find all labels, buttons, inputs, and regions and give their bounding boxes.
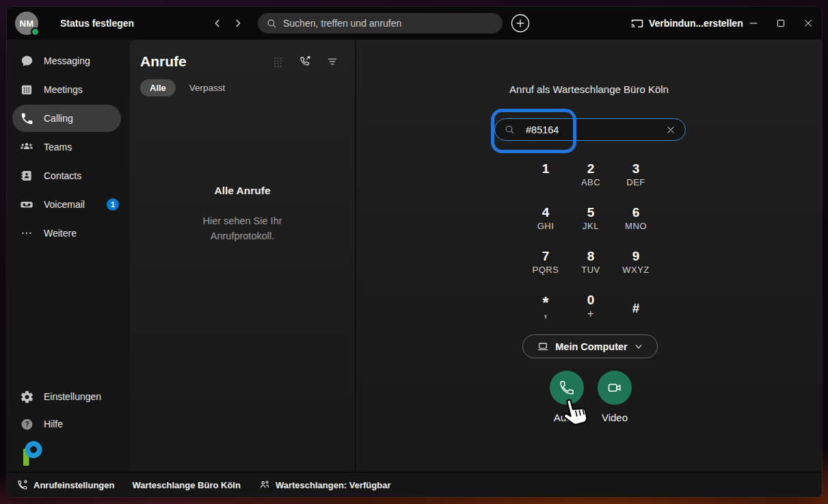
minimize-button[interactable] bbox=[740, 7, 767, 40]
svg-text:?: ? bbox=[25, 421, 29, 428]
key-4[interactable]: 4GHI bbox=[523, 197, 568, 241]
filter-icon[interactable] bbox=[325, 54, 340, 69]
connect-device-button[interactable]: Verbindun...erstellen bbox=[631, 7, 743, 40]
minimize-icon bbox=[747, 16, 760, 30]
plus-icon bbox=[511, 14, 530, 33]
add-button[interactable] bbox=[511, 14, 530, 33]
chat-icon bbox=[19, 53, 34, 68]
empty-state-text-line1: Hier sehen Sie Ihr bbox=[202, 215, 282, 226]
new-call-icon[interactable] bbox=[297, 54, 312, 69]
calls-panel: Anrufe Alle Verpa bbox=[130, 40, 356, 472]
cursor-pointer bbox=[559, 393, 596, 433]
close-button[interactable] bbox=[794, 7, 822, 40]
search-icon bbox=[266, 18, 278, 29]
calls-title: Anrufe bbox=[140, 53, 187, 70]
queue-status-button[interactable]: Warteschlangen: Verfügbar bbox=[258, 479, 391, 491]
search-input[interactable] bbox=[283, 18, 494, 29]
question-icon: ? bbox=[19, 416, 34, 432]
sidebar: Messaging Meetings Calling Teams bbox=[7, 40, 130, 472]
maximize-button[interactable] bbox=[767, 7, 794, 40]
call-settings-button[interactable]: Anrufeinstellungen bbox=[16, 479, 114, 491]
search-icon bbox=[504, 124, 516, 135]
key-9[interactable]: 9WXYZ bbox=[613, 241, 658, 284]
key-star[interactable]: *, bbox=[523, 284, 568, 328]
queue-name-button[interactable]: Warteschlange Büro Köln bbox=[132, 480, 240, 490]
key-1[interactable]: 1 bbox=[523, 153, 568, 197]
people-icon bbox=[19, 140, 34, 155]
key-5[interactable]: 5JKL bbox=[568, 197, 613, 241]
close-icon bbox=[801, 16, 815, 30]
calls-empty-state: Alle Anrufe Hier sehen Sie Ihr Anrufprot… bbox=[130, 185, 355, 243]
window-controls bbox=[740, 7, 822, 40]
avatar-initials: NM bbox=[20, 18, 34, 29]
key-0[interactable]: 0+ bbox=[568, 284, 613, 328]
key-8[interactable]: 8TUV bbox=[568, 241, 613, 284]
sidebar-item-weitere[interactable]: Weitere bbox=[7, 219, 130, 248]
global-search[interactable] bbox=[258, 13, 503, 34]
phone-gear-icon bbox=[16, 479, 29, 491]
key-3[interactable]: 3DEF bbox=[613, 153, 658, 197]
sidebar-item-help[interactable]: ? Hilfe bbox=[7, 410, 130, 438]
dial-number-field[interactable] bbox=[494, 118, 686, 141]
set-status-button[interactable]: Status festlegen bbox=[60, 7, 134, 40]
phone-outline-icon bbox=[559, 380, 575, 396]
sidebar-item-calling[interactable]: Calling bbox=[12, 105, 121, 132]
brand-logo bbox=[7, 438, 130, 468]
calls-tabs: Alle Verpasst bbox=[130, 70, 355, 96]
key-7[interactable]: 7PQRS bbox=[523, 241, 568, 284]
tab-all[interactable]: Alle bbox=[140, 79, 176, 96]
chevron-down-icon bbox=[634, 342, 643, 352]
sidebar-footer: Einstellungen ? Hilfe bbox=[7, 383, 130, 468]
voicemail-icon bbox=[19, 197, 34, 212]
chevron-right-icon bbox=[232, 17, 244, 29]
sidebar-item-settings[interactable]: Einstellungen bbox=[7, 383, 130, 410]
sidebar-item-contacts[interactable]: Contacts bbox=[7, 161, 130, 190]
video-camera-icon bbox=[606, 380, 623, 396]
maximize-icon bbox=[774, 16, 788, 30]
dialer-heading: Anruf als Warteschlange Büro Köln bbox=[356, 83, 822, 95]
gear-icon bbox=[19, 389, 34, 404]
titlebar: NM Status festlegen bbox=[7, 7, 822, 40]
sidebar-item-messaging[interactable]: Messaging bbox=[7, 47, 130, 75]
nav-back-button[interactable] bbox=[209, 15, 226, 31]
key-2[interactable]: 2ABC bbox=[568, 153, 613, 197]
contact-card-icon bbox=[19, 168, 34, 183]
phone-icon bbox=[19, 111, 34, 126]
sidebar-item-voicemail[interactable]: Voicemail 1 bbox=[7, 190, 130, 219]
app-window: NM Status festlegen bbox=[7, 7, 822, 497]
presence-status-dot bbox=[31, 27, 40, 36]
chevron-left-icon bbox=[211, 17, 224, 29]
tab-missed[interactable]: Verpasst bbox=[189, 83, 226, 93]
queue-people-icon bbox=[258, 479, 271, 491]
ellipsis-icon bbox=[19, 226, 34, 241]
empty-state-title: Alle Anrufe bbox=[130, 185, 355, 197]
avatar[interactable]: NM bbox=[15, 12, 38, 35]
nav-forward-button[interactable] bbox=[230, 15, 246, 31]
dialpad-icon[interactable] bbox=[270, 54, 285, 69]
key-hash[interactable]: # bbox=[613, 284, 658, 328]
laptop-icon bbox=[537, 341, 549, 353]
calendar-icon bbox=[19, 82, 34, 97]
video-call-button[interactable] bbox=[598, 371, 632, 405]
keypad: 1 2ABC 3DEF 4GHI 5JKL 6MNO 7PQRS 8TUV 9W… bbox=[523, 153, 658, 328]
voicemail-badge: 1 bbox=[107, 198, 119, 211]
main-area: Anrufe Alle Verpa bbox=[130, 40, 822, 472]
content-area: Messaging Meetings Calling Teams bbox=[7, 40, 822, 472]
calls-header: Anrufe bbox=[130, 53, 355, 70]
video-call-label: Video bbox=[587, 412, 642, 423]
statusbar: Anrufeinstellungen Warteschlange Büro Kö… bbox=[7, 472, 822, 497]
sidebar-item-teams[interactable]: Teams bbox=[7, 133, 130, 161]
clear-input-icon[interactable] bbox=[665, 124, 677, 136]
key-6[interactable]: 6MNO bbox=[613, 197, 658, 241]
connect-device-icon bbox=[631, 17, 643, 29]
dial-number-input[interactable] bbox=[526, 124, 622, 135]
device-selector[interactable]: Mein Computer bbox=[522, 334, 658, 358]
sidebar-item-meetings[interactable]: Meetings bbox=[7, 75, 130, 104]
empty-state-text-line2: Anrufprotokoll. bbox=[211, 230, 275, 241]
dialer-panel: Anruf als Warteschlange Büro Köln 1 2ABC… bbox=[356, 40, 822, 472]
